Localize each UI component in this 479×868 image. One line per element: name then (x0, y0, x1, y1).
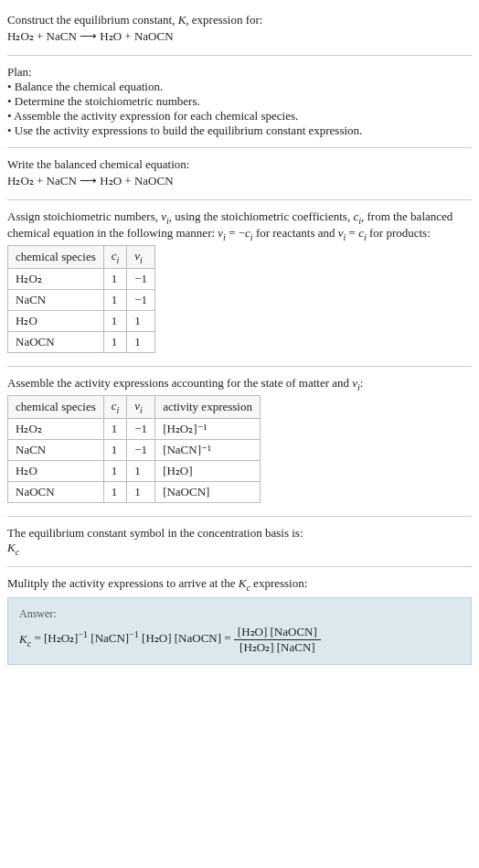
col-species: chemical species (8, 246, 104, 269)
prompt-section: Construct the equilibrium constant, K, e… (7, 7, 472, 51)
balanced-section: Write the balanced chemical equation: H₂… (7, 152, 472, 196)
table-row: H₂O 1 1 (8, 310, 155, 331)
table-row: NaOCN 1 1 (8, 331, 155, 352)
cell-v: −1 (127, 268, 155, 289)
activity-heading: Assemble the activity expressions accoun… (7, 376, 472, 392)
cell-expr: [H₂O₂]⁻¹ (155, 418, 261, 439)
symbol-value: Kc (7, 541, 472, 557)
cell-v: 1 (127, 310, 155, 331)
fraction-denominator: [H₂O₂] [NaCN] (234, 640, 321, 655)
table-row: NaOCN 1 1 [NaOCN] (8, 481, 261, 502)
col-species: chemical species (8, 396, 104, 419)
table-header-row: chemical species ci νi activity expressi… (8, 396, 261, 419)
table-row: NaCN 1 −1 [NaCN]⁻¹ (8, 439, 261, 460)
plan-heading: Plan: (7, 65, 472, 80)
plan-item: • Balance the chemical equation. (7, 80, 472, 94)
cell-v: 1 (127, 460, 155, 481)
col-ci: ci (103, 396, 127, 419)
plan-item: • Use the activity expressions to build … (7, 123, 472, 138)
table-row: H₂O₂ 1 −1 (8, 268, 155, 289)
divider (7, 366, 472, 367)
cell-species: NaCN (8, 439, 104, 460)
answer-expression: Kc = [H₂O₂]−1 [NaCN]−1 [H₂O] [NaOCN] = [… (19, 625, 460, 655)
divider (7, 55, 472, 56)
fraction-numerator: [H₂O] [NaOCN] (234, 625, 321, 640)
balanced-heading: Write the balanced chemical equation: (7, 157, 472, 172)
symbol-section: The equilibrium constant symbol in the c… (7, 520, 472, 563)
divider (7, 566, 472, 567)
cell-c: 1 (103, 310, 127, 331)
answer-box: Answer: Kc = [H₂O₂]−1 [NaCN]−1 [H₂O] [Na… (7, 597, 472, 665)
cell-species: H₂O (8, 310, 104, 331)
activity-table: chemical species ci νi activity expressi… (7, 395, 261, 503)
cell-expr: [NaOCN] (155, 481, 261, 502)
cell-species: H₂O₂ (8, 268, 104, 289)
cell-species: H₂O₂ (8, 418, 104, 439)
cell-v: 1 (127, 481, 155, 502)
cell-species: NaOCN (8, 481, 104, 502)
table-row: H₂O 1 1 [H₂O] (8, 460, 261, 481)
cell-c: 1 (103, 331, 127, 352)
table-header-row: chemical species ci νi (8, 246, 155, 269)
cell-species: NaCN (8, 289, 104, 310)
col-vi: νi (127, 396, 155, 419)
cell-c: 1 (103, 418, 127, 439)
col-activity: activity expression (155, 396, 261, 419)
cell-v: 1 (127, 331, 155, 352)
cell-species: NaOCN (8, 331, 104, 352)
cell-expr: [H₂O] (155, 460, 261, 481)
multiply-section: Mulitply the activity expressions to arr… (7, 571, 472, 677)
plan-section: Plan: • Balance the chemical equation. •… (7, 59, 472, 144)
stoich-table: chemical species ci νi H₂O₂ 1 −1 NaCN 1 … (7, 245, 155, 353)
cell-c: 1 (103, 460, 127, 481)
answer-label: Answer: (19, 607, 460, 621)
cell-v: −1 (127, 439, 155, 460)
activity-section: Assemble the activity expressions accoun… (7, 370, 472, 512)
balanced-equation: H₂O₂ + NaCN ⟶ H₂O + NaOCN (7, 174, 472, 188)
table-row: H₂O₂ 1 −1 [H₂O₂]⁻¹ (8, 418, 261, 439)
divider (7, 147, 472, 148)
stoich-section: Assign stoichiometric numbers, νi, using… (7, 204, 472, 362)
cell-v: −1 (127, 289, 155, 310)
cell-expr: [NaCN]⁻¹ (155, 439, 261, 460)
plan-item: • Assemble the activity expression for e… (7, 109, 472, 123)
cell-v: −1 (127, 418, 155, 439)
cell-c: 1 (103, 439, 127, 460)
cell-c: 1 (103, 481, 127, 502)
cell-c: 1 (103, 289, 127, 310)
multiply-heading: Mulitply the activity expressions to arr… (7, 576, 472, 593)
answer-fraction: [H₂O] [NaOCN] [H₂O₂] [NaCN] (234, 625, 321, 655)
stoich-heading: Assign stoichiometric numbers, νi, using… (7, 209, 472, 241)
prompt-title: Construct the equilibrium constant, K, e… (7, 13, 472, 27)
table-row: NaCN 1 −1 (8, 289, 155, 310)
divider (7, 516, 472, 517)
cell-species: H₂O (8, 460, 104, 481)
col-ci: ci (103, 246, 127, 269)
prompt-equation: H₂O₂ + NaCN ⟶ H₂O + NaOCN (7, 29, 472, 44)
col-vi: νi (127, 246, 155, 269)
cell-c: 1 (103, 268, 127, 289)
plan-item: • Determine the stoichiometric numbers. (7, 94, 472, 109)
symbol-heading: The equilibrium constant symbol in the c… (7, 526, 472, 541)
divider (7, 199, 472, 200)
